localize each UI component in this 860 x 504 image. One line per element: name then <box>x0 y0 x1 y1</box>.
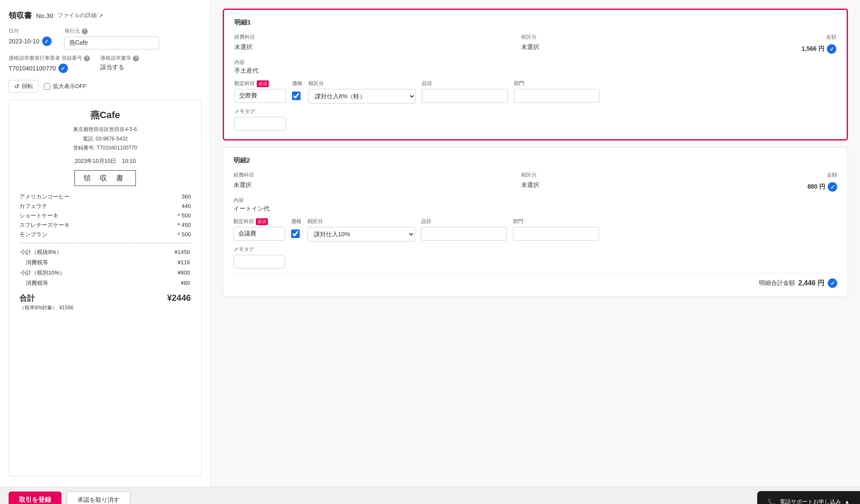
invoice-reg-label: 適格請求書発行事業者 登録番号 ? <box>9 55 90 62</box>
receipt-tax-note: （税率8%対象） ¥1566 <box>19 304 191 312</box>
amount-value-row2: 880 円 <box>808 182 837 192</box>
account-category-input[interactable] <box>234 89 286 103</box>
invoice-applicable-value: 該当する <box>100 64 124 71</box>
tax-detail-group2: 税区分 課対仕入10% 課対仕入8%（軽） 課対仕入8% <box>307 218 415 241</box>
table-row: アメリカンコーヒー 360 <box>19 192 191 202</box>
issuer-help-icon[interactable]: ? <box>82 28 88 34</box>
department-group: 部門 <box>514 80 600 103</box>
table-row: 小計（税別10%） ¥800 <box>20 268 190 278</box>
tax-category-label: 税区分 <box>521 34 693 41</box>
tax-category-value: 未選択 <box>521 43 693 51</box>
summary-row: 明細合計金額 2,446 円 <box>233 273 837 288</box>
receipt-number: No.30 <box>36 12 53 19</box>
table-row: ショートケーキ ＊500 <box>19 211 191 220</box>
memo-label2: メモタグ <box>233 246 837 253</box>
memo-group2: メモタグ <box>233 246 837 269</box>
required-badge2: 必須 <box>256 218 268 225</box>
content-label: 内容 <box>234 59 836 66</box>
eligible-checkbox[interactable] <box>292 92 301 100</box>
amount-value: 1,566 円 <box>802 45 824 53</box>
invoice-applicable-value-row: 該当する <box>100 64 139 71</box>
invoice-reg-row: 適格請求書発行事業者 登録番号 ? T7010401100770 適格請求書等 … <box>9 55 202 73</box>
receipt-shop-info: 東京都世田谷区世田谷4-5-6 電話: 03-9876-5432 登録番号: T… <box>19 125 191 153</box>
phone-support-button[interactable]: 📞 電話サポートお申し込み ▲ <box>757 491 860 504</box>
meisai1-top-row: 経費科目 未選択 税区分 未選択 金額 1,566 円 <box>234 34 836 54</box>
receipt-divider <box>19 243 191 243</box>
eligible-group2: 適格 <box>291 218 301 238</box>
required-badge: 必須 <box>257 80 269 87</box>
invoice-reg-help-icon[interactable]: ? <box>84 55 90 61</box>
date-label: 日付 <box>9 27 52 35</box>
issuer-input[interactable] <box>64 37 159 49</box>
meisai2-section: 明細2 経費科目 未選択 税区分 未選択 金額 880 円 <box>223 147 848 297</box>
receipt-title-box: 領 収 書 <box>74 170 135 186</box>
tax-detail-label2: 税区分 <box>307 218 415 225</box>
page-title: 領収書 <box>9 10 32 21</box>
receipt-date: 2023年10月10日 10:10 <box>19 157 191 165</box>
item-label2: 品目 <box>421 218 507 225</box>
eligible-label: 適格 <box>292 80 302 87</box>
tax-category-col: 税区分 未選択 <box>521 34 693 54</box>
date-value-row: 2023-10-10 <box>9 37 52 46</box>
cancel-approval-button[interactable]: 承認を取り消す <box>67 492 130 504</box>
amount-value-row: 1,566 円 <box>802 44 836 54</box>
meisai2-top-row: 経費科目 未選択 税区分 未選択 金額 880 円 <box>233 171 837 192</box>
invoice-reg-field-group: 適格請求書発行事業者 登録番号 ? T7010401100770 <box>9 55 90 73</box>
item-input[interactable] <box>422 89 508 103</box>
table-row: 消費税等 ¥116 <box>20 258 190 267</box>
receipt-items-table: アメリカンコーヒー 360 カフェラテ 440 ショートケーキ ＊500 スフレ… <box>19 192 191 239</box>
receipt-shop-name: 燕Cafe <box>19 109 191 122</box>
meisai1-section: 明細1 経費科目 未選択 税区分 未選択 金額 1,566 円 <box>223 9 848 141</box>
register-button[interactable]: 取引を登録 <box>9 492 61 504</box>
issuer-field-group: 発行元 ? <box>64 27 159 49</box>
tax-detail-select2[interactable]: 課対仕入10% 課対仕入8%（軽） 課対仕入8% <box>307 227 415 241</box>
invoice-reg-check-icon <box>58 64 68 73</box>
date-value: 2023-10-10 <box>9 38 40 45</box>
tax-detail-group: 税区分 課対仕入8%（軽） 課対仕入10% 課対仕入8% <box>308 80 416 104</box>
meisai2-content-row: 内容 イートイン代 <box>233 197 837 213</box>
invoice-applicable-help-icon[interactable]: ? <box>133 55 139 61</box>
memo-input[interactable] <box>234 117 286 131</box>
invoice-applicable-label: 適格請求書等 ? <box>100 55 139 62</box>
department-label: 部門 <box>514 80 600 87</box>
table-row: モンブラン ＊500 <box>19 230 191 239</box>
chevron-up-icon: ▲ <box>845 499 850 504</box>
receipt-total-amount: ¥2446 <box>167 293 191 303</box>
issuer-label: 発行元 ? <box>64 27 159 35</box>
external-link-icon: ↗ <box>98 12 103 19</box>
item-input2[interactable] <box>421 227 507 241</box>
display-off-label[interactable]: 拡大表示OFF <box>44 82 86 90</box>
account-category-input2[interactable] <box>233 227 285 241</box>
meisai1-memo-row: メモタグ <box>234 108 836 131</box>
display-off-checkbox[interactable] <box>44 83 50 90</box>
department-input[interactable] <box>514 89 600 103</box>
meisai1-content-row: 内容 手土産代 <box>234 59 836 75</box>
department-input2[interactable] <box>513 227 599 241</box>
amount-col2: 金額 880 円 <box>694 171 837 192</box>
tax-detail-select[interactable]: 課対仕入8%（軽） 課対仕入10% 課対仕入8% <box>308 89 416 104</box>
account-category-label2: 勘定科目 必須 <box>233 218 285 225</box>
eligible-checkbox2[interactable] <box>291 229 300 238</box>
date-check-icon <box>42 37 52 46</box>
table-row: カフェラテ 440 <box>19 202 191 211</box>
summary-label: 明細合計金額 <box>759 279 795 287</box>
meisai1-title: 明細1 <box>234 18 836 27</box>
content-label2: 内容 <box>233 197 837 204</box>
amount-label2: 金額 <box>827 171 837 179</box>
expense-category-col: 経費科目 未選択 <box>234 34 521 54</box>
meisai1-input-row: 勘定科目 必須 適格 税区分 課対仕入8%（軽） <box>234 80 836 104</box>
tax-category-label2: 税区分 <box>521 171 694 179</box>
amount-col: 金額 1,566 円 <box>693 34 836 54</box>
table-row: 消費税等 ¥80 <box>20 278 190 288</box>
tax-category-col2: 税区分 未選択 <box>521 171 694 192</box>
amount-label: 金額 <box>826 34 836 41</box>
file-detail-link[interactable]: ファイルの詳細 ↗ <box>58 12 103 19</box>
rotate-icon: ↺ <box>14 83 19 90</box>
rotate-button[interactable]: ↺ 回転 <box>9 80 39 93</box>
eligible-group: 適格 <box>292 80 302 100</box>
summary-amount: 2,446 円 <box>799 279 824 288</box>
expense-category-value2: 未選択 <box>233 181 521 189</box>
memo-input2[interactable] <box>233 255 285 269</box>
account-category-label: 勘定科目 必須 <box>234 80 286 87</box>
amount-check-icon <box>827 44 836 54</box>
